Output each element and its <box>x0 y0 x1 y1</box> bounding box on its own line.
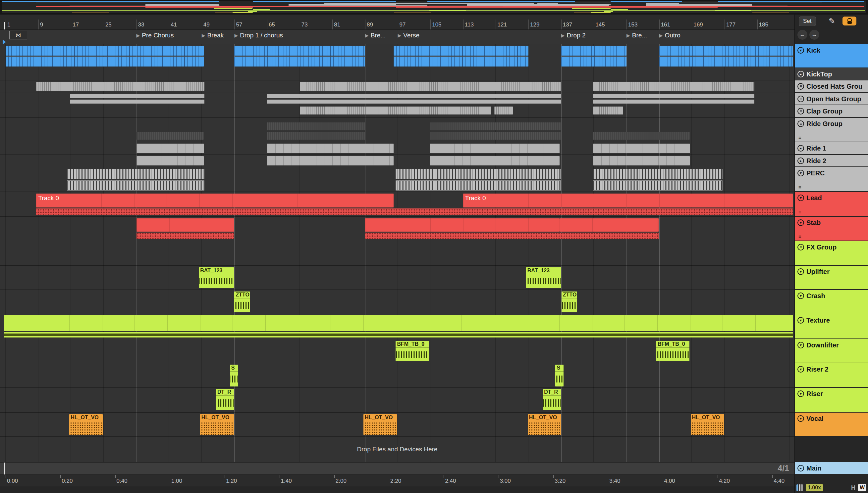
overview-viewport[interactable] <box>2 1 866 13</box>
lock-envelopes-button[interactable] <box>843 17 856 25</box>
clip[interactable] <box>561 57 626 66</box>
clip[interactable] <box>4 315 793 331</box>
clip[interactable] <box>396 169 561 179</box>
clip[interactable] <box>267 156 393 166</box>
device-chain-icon[interactable]: ≡ <box>799 184 802 190</box>
arrangement-overview[interactable] <box>0 0 868 15</box>
clip[interactable] <box>6 57 204 66</box>
track-header-fx-group[interactable]: ≡FX Group <box>795 241 868 266</box>
track-header-closed-hats-grou[interactable]: ≡Closed Hats Grou <box>795 80 868 93</box>
clip[interactable]: BAT_123 <box>199 267 234 288</box>
fold-right-icon[interactable]: ▸ <box>798 157 804 164</box>
track-row-closed-hats-grou[interactable] <box>0 80 794 93</box>
bar-ruler[interactable]: 1917253341495765738189971051131211291371… <box>0 15 794 30</box>
track-header-ride-2[interactable]: ▸Ride 2 <box>795 155 868 167</box>
track-header-crash[interactable]: ▾Crash <box>795 290 868 314</box>
clip[interactable]: ZTTO <box>234 292 250 312</box>
track-header-main[interactable]: ▸ Main <box>795 462 868 474</box>
locator-drop-1-chorus[interactable]: ▶Drop 1 / chorus <box>234 32 283 39</box>
fold-down-icon[interactable]: ▾ <box>798 390 804 397</box>
clip[interactable]: BFM_TB_0 <box>396 341 429 361</box>
playhead-line[interactable] <box>4 463 5 474</box>
drop-zone[interactable]: Drop Files and Devices Here <box>0 438 794 460</box>
clip[interactable] <box>659 57 793 66</box>
clip[interactable] <box>561 46 626 56</box>
clip[interactable] <box>234 57 365 66</box>
clip[interactable] <box>300 107 491 114</box>
clip[interactable]: DT_R <box>543 389 561 410</box>
locator-bre-[interactable]: ▶Bre... <box>365 32 386 39</box>
playback-speed-box[interactable]: 1.00x <box>806 484 823 491</box>
history-forward-button[interactable]: → <box>809 30 819 40</box>
clip[interactable] <box>430 144 560 153</box>
track-row-perc[interactable] <box>0 167 794 192</box>
track-row-riser[interactable]: DT_RDT_R <box>0 388 794 413</box>
clip[interactable] <box>234 46 365 56</box>
group-icon[interactable]: ≡ <box>798 244 804 251</box>
track-header-lead[interactable]: ▾Lead≡ <box>795 192 868 217</box>
locator-drop-2[interactable]: ▶Drop 2 <box>561 32 586 39</box>
group-icon[interactable]: ≡ <box>798 83 804 90</box>
track-header-ride-group[interactable]: ≡Ride Group≡ <box>795 118 868 142</box>
clip[interactable] <box>593 144 690 153</box>
track-header-riser-2[interactable]: ▾Riser 2 <box>795 363 868 388</box>
clip[interactable] <box>593 156 690 166</box>
track-header-kick[interactable]: ▾Kick <box>795 44 868 68</box>
fold-down-icon[interactable]: ▾ <box>798 293 804 299</box>
clip[interactable] <box>365 233 659 239</box>
clip[interactable] <box>593 132 690 140</box>
clip[interactable] <box>267 144 393 153</box>
clip[interactable] <box>137 233 235 239</box>
track-header-ride-1[interactable]: ▸Ride 1 <box>795 142 868 155</box>
track-row-downlifter[interactable]: BFM_TB_0BFM_TB_0 <box>0 339 794 363</box>
track-row-ride-2[interactable] <box>0 155 794 167</box>
clip[interactable] <box>70 94 205 104</box>
group-icon[interactable]: ≡ <box>798 121 804 127</box>
clip[interactable] <box>267 132 365 140</box>
clip[interactable] <box>137 144 204 153</box>
track-row-kicktop[interactable] <box>0 68 794 80</box>
clip[interactable] <box>593 107 623 114</box>
track-row-uplifter[interactable]: BAT_123BAT_123 <box>0 266 794 290</box>
fold-down-icon[interactable]: ▾ <box>798 317 804 324</box>
clip[interactable] <box>67 169 204 179</box>
clip[interactable] <box>593 169 723 179</box>
main-track-lane[interactable]: 4/1 <box>0 462 794 474</box>
clip[interactable] <box>396 180 561 191</box>
clip[interactable] <box>393 46 528 56</box>
track-header-vocal[interactable]: ▾Vocal <box>795 413 868 437</box>
clip[interactable] <box>365 218 560 232</box>
clip[interactable]: HL_OT_VO <box>69 414 103 435</box>
track-row-open-hats-group[interactable] <box>0 93 794 105</box>
device-chain-icon[interactable]: ≡ <box>799 234 802 239</box>
zoom-width-button[interactable]: W <box>858 484 866 491</box>
clip[interactable] <box>393 57 528 66</box>
clip[interactable] <box>430 156 560 166</box>
track-row-riser-2[interactable]: SS <box>0 363 794 388</box>
fold-down-icon[interactable]: ▾ <box>798 268 804 275</box>
clip[interactable] <box>593 94 754 104</box>
fold-down-icon[interactable]: ▾ <box>798 47 804 53</box>
clip[interactable] <box>593 180 723 191</box>
clip[interactable]: S <box>555 365 564 386</box>
zoom-to-fit-icon[interactable]: ⋈ <box>9 31 27 39</box>
track-header-stab[interactable]: ▾Stab≡ <box>795 217 868 241</box>
group-icon[interactable]: ≡ <box>798 95 804 102</box>
locator-verse[interactable]: ▶Verse <box>398 32 419 39</box>
clip[interactable] <box>560 218 659 232</box>
track-row-clap-group[interactable] <box>0 105 794 118</box>
clip[interactable]: BAT_123 <box>526 267 561 288</box>
fold-down-icon[interactable]: ▾ <box>798 170 804 176</box>
clip[interactable]: ZTTO <box>562 292 577 312</box>
clip-view-toggle-icon[interactable] <box>796 485 803 491</box>
track-row-stab[interactable] <box>0 217 794 241</box>
locator-pre-chorus[interactable]: ▶Pre Chorus <box>137 32 174 39</box>
fold-down-icon[interactable]: ▾ <box>798 195 804 201</box>
track-row-vocal[interactable]: HL_OT_VOHL_OT_VOHL_OT_VOHL_OT_VOHL_OT_VO <box>0 413 794 437</box>
clip[interactable]: HL_OT_VO <box>528 414 561 435</box>
device-chain-icon[interactable]: ≡ <box>799 135 802 140</box>
clip[interactable]: HL_OT_VO <box>691 414 724 435</box>
track-row-texture[interactable] <box>0 314 794 339</box>
clip[interactable] <box>267 94 561 104</box>
locator-outro[interactable]: ▶Outro <box>659 32 681 39</box>
